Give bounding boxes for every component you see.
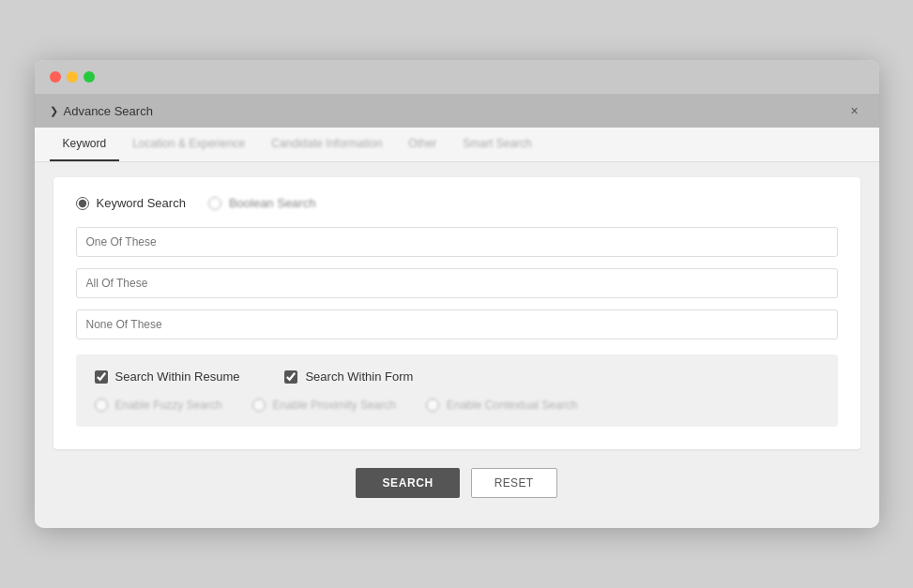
search-resume-label: Search Within Resume xyxy=(115,369,240,384)
none-of-these-input[interactable] xyxy=(76,309,838,339)
chevron-right-icon: ❯ xyxy=(50,105,58,117)
fuzzy-search-option[interactable]: Enable Fuzzy Search xyxy=(95,399,222,412)
search-resume-checkbox[interactable] xyxy=(95,370,108,384)
search-resume-option[interactable]: Search Within Resume xyxy=(95,369,240,384)
contextual-search-radio[interactable] xyxy=(426,399,439,412)
all-of-these-input[interactable] xyxy=(76,268,838,298)
fuzzy-search-radio[interactable] xyxy=(95,399,108,412)
proximity-search-option[interactable]: Enable Proximity Search xyxy=(252,399,396,412)
maximize-traffic-light[interactable] xyxy=(84,71,95,83)
tab-other[interactable]: Other xyxy=(395,128,449,161)
window-body: Keyword Location & Experience Candidate … xyxy=(35,128,879,528)
tab-keyword[interactable]: Keyword xyxy=(50,128,120,161)
boolean-search-label: Boolean Search xyxy=(229,196,316,210)
proximity-search-radio[interactable] xyxy=(252,399,266,412)
checkbox-row: Search Within Resume Search Within Form xyxy=(95,369,819,384)
search-form-label: Search Within Form xyxy=(305,369,413,384)
window-header: ❯ Advance Search × xyxy=(35,94,879,128)
close-traffic-light[interactable] xyxy=(50,71,61,83)
search-button[interactable]: SEARCH xyxy=(356,468,459,498)
search-type-row: Keyword Search Boolean Search xyxy=(76,196,838,210)
one-of-these-input[interactable] xyxy=(76,227,838,257)
search-form-checkbox[interactable] xyxy=(284,370,297,384)
tab-smart[interactable]: Smart Search xyxy=(449,128,544,161)
keyword-search-label: Keyword Search xyxy=(97,196,186,210)
search-form-option[interactable]: Search Within Form xyxy=(284,369,413,384)
contextual-search-option[interactable]: Enable Contextual Search xyxy=(426,399,577,412)
search-options-section: Search Within Resume Search Within Form … xyxy=(76,354,838,427)
tab-location[interactable]: Location & Experience xyxy=(119,128,258,161)
advance-search-window: ❯ Advance Search × Keyword Location & Ex… xyxy=(35,60,879,528)
title-bar xyxy=(35,60,879,94)
keyword-panel: Keyword Search Boolean Search xyxy=(53,177,860,449)
footer-buttons: SEARCH RESET xyxy=(53,449,860,513)
boolean-search-option[interactable]: Boolean Search xyxy=(208,196,316,210)
contextual-search-label: Enable Contextual Search xyxy=(447,399,577,412)
window-title: Advance Search xyxy=(64,104,153,118)
minimize-traffic-light[interactable] xyxy=(67,71,78,83)
close-button[interactable]: × xyxy=(845,101,864,120)
keyword-search-option[interactable]: Keyword Search xyxy=(76,196,186,210)
content-area: Keyword Search Boolean Search xyxy=(35,162,879,528)
boolean-search-radio[interactable] xyxy=(208,197,221,210)
tab-candidate[interactable]: Candidate Information xyxy=(258,128,395,161)
keyword-search-radio[interactable] xyxy=(76,197,89,210)
proximity-search-label: Enable Proximity Search xyxy=(273,399,396,412)
fuzzy-search-label: Enable Fuzzy Search xyxy=(115,399,222,412)
window-header-title: ❯ Advance Search xyxy=(50,104,153,118)
advanced-options-row: Enable Fuzzy Search Enable Proximity Sea… xyxy=(95,399,819,412)
tabs-bar: Keyword Location & Experience Candidate … xyxy=(35,128,879,162)
reset-button[interactable]: RESET xyxy=(471,468,557,498)
traffic-lights xyxy=(50,71,95,83)
